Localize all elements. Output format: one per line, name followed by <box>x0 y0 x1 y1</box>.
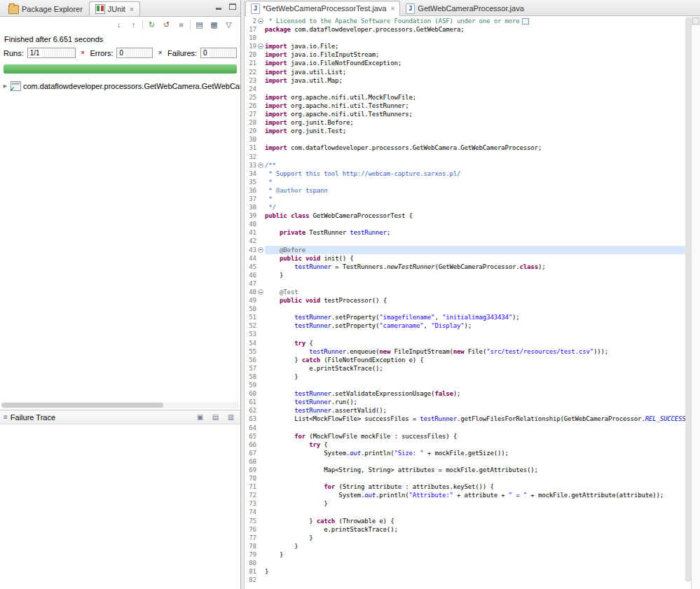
line-number[interactable]: 80 <box>245 559 257 567</box>
rerun-test-button[interactable]: ↻ <box>146 19 158 30</box>
code-line-18[interactable]: 18 <box>245 34 691 42</box>
line-number[interactable]: 44 <box>245 254 257 263</box>
code-text[interactable]: import org.apache.nifi.util.TestRunner; <box>265 102 691 110</box>
line-number[interactable]: 23 <box>245 76 257 85</box>
code-text[interactable] <box>265 279 691 288</box>
code-line-55[interactable]: 55 testRunner.enqueue(new FileInputStrea… <box>245 347 691 356</box>
code-line-58[interactable]: 58 } <box>245 373 691 381</box>
code-text[interactable]: System.out.println("Size: " + mockFile.g… <box>265 449 691 457</box>
line-number[interactable]: 64 <box>245 424 257 432</box>
code-line-44[interactable]: 44 public void init() { <box>245 254 691 263</box>
code-line-42[interactable]: 42 <box>245 237 691 245</box>
code-text[interactable]: import java.io.FileInputStream; <box>265 50 691 59</box>
tab-getwebcameraprocessor[interactable]: J GetWebCameraProcessor.java <box>400 1 529 15</box>
code-text[interactable]: System.out.println("Attribute:" + attrib… <box>265 491 691 499</box>
line-number[interactable]: 75 <box>245 517 257 525</box>
line-number[interactable]: 22 <box>245 68 257 76</box>
folded-region-box[interactable] <box>522 18 529 25</box>
code-text[interactable]: testRunner.setValidateExpressionUsage(fa… <box>265 389 691 398</box>
line-number[interactable]: 56 <box>245 356 257 364</box>
stop-test-run-button[interactable]: ■ <box>175 19 187 30</box>
code-text[interactable] <box>265 424 691 432</box>
code-text[interactable]: import org.apache.nifi.util.TestRunners; <box>265 110 691 118</box>
line-number[interactable]: 79 <box>245 550 257 559</box>
code-text[interactable]: } catch (FileNotFoundException e) { <box>265 356 691 364</box>
tab-package-explorer[interactable]: Package Explorer <box>2 1 89 16</box>
code-lines[interactable]: 2 * Licensed to the Apache Software Foun… <box>245 16 691 589</box>
overview-ruler-header[interactable] <box>692 18 699 25</box>
code-line-73[interactable]: 73 } <box>245 499 691 508</box>
line-number[interactable]: 74 <box>245 508 257 516</box>
code-line-47[interactable]: 47 <box>245 279 691 288</box>
code-text[interactable]: * Support this tool http://webcam-captur… <box>265 169 691 178</box>
code-text[interactable] <box>265 237 691 245</box>
code-line-40[interactable]: 40 <box>245 220 691 228</box>
line-number[interactable]: 78 <box>245 542 257 550</box>
line-number[interactable]: 55 <box>245 347 257 356</box>
code-line-32[interactable]: 32 <box>245 153 691 161</box>
horizontal-scrollbar-thumb[interactable] <box>1 403 163 408</box>
code-text[interactable]: } <box>265 550 691 559</box>
code-text[interactable]: e.printStackTrace(); <box>265 364 691 373</box>
code-line-51[interactable]: 51 testRunner.setProperty("imagefilename… <box>245 313 691 321</box>
code-line-29[interactable]: 29import org.junit.Test; <box>245 127 691 135</box>
line-number[interactable]: 30 <box>245 135 257 144</box>
line-number[interactable]: 38 <box>245 203 257 212</box>
code-line-50[interactable]: 50 <box>245 305 691 313</box>
code-text[interactable]: testRunner.assertValid(); <box>265 406 691 415</box>
code-text[interactable] <box>265 85 691 93</box>
line-number[interactable]: 19 <box>245 42 257 50</box>
show-previous-failure-button[interactable]: ↑ <box>128 19 139 30</box>
code-line-80[interactable]: 80 <box>245 559 691 567</box>
line-number[interactable]: 76 <box>245 525 257 534</box>
code-line-17[interactable]: 17package com.dataflowdeveloper.processo… <box>245 25 691 34</box>
code-text[interactable] <box>265 330 691 338</box>
code-text[interactable]: import org.junit.Test; <box>265 127 691 135</box>
code-line-81[interactable]: 81} <box>245 567 691 576</box>
fold-collapse-icon[interactable] <box>258 289 263 295</box>
code-line-76[interactable]: 76 e.printStackTrace(); <box>245 525 691 534</box>
code-text[interactable]: } <box>265 373 691 381</box>
code-line-61[interactable]: 61 testRunner.run(); <box>245 398 691 406</box>
code-line-49[interactable]: 49 public void testProcessor() { <box>245 296 691 305</box>
line-number[interactable]: 39 <box>245 212 257 220</box>
code-line-52[interactable]: 52 testRunner.setProperty("cameraname", … <box>245 321 691 330</box>
code-text[interactable]: * @author tspann <box>265 186 691 195</box>
code-text[interactable]: e.printStackTrace(); <box>265 525 691 534</box>
line-number[interactable]: 60 <box>245 389 257 398</box>
code-line-53[interactable]: 53 <box>245 330 691 338</box>
show-next-failure-button[interactable]: ↓ <box>113 19 125 30</box>
code-line-37[interactable]: 37 * <box>245 195 691 203</box>
show-trace-in-console-button[interactable]: ▤ <box>210 412 221 423</box>
test-suite-row[interactable]: ▶ ✓ com.dataflowdeveloper.processors.Get… <box>0 81 240 92</box>
line-number[interactable]: 57 <box>245 364 257 373</box>
vertical-scrollbar-thumb[interactable] <box>685 17 691 582</box>
code-text[interactable]: @Before <box>265 246 691 254</box>
code-text[interactable]: testRunner.setProperty("imagefilename", … <box>265 313 691 321</box>
code-text[interactable] <box>265 457 691 466</box>
code-line-77[interactable]: 77 } <box>245 534 691 542</box>
code-line-35[interactable]: 35 * <box>245 178 691 186</box>
code-text[interactable] <box>265 381 691 389</box>
code-text[interactable] <box>265 220 691 228</box>
code-text[interactable]: package com.dataflowdeveloper.processors… <box>265 25 691 34</box>
line-number[interactable]: 82 <box>245 576 257 584</box>
line-number[interactable]: 43 <box>245 246 257 254</box>
close-icon[interactable]: × <box>390 5 394 13</box>
code-line-45[interactable]: 45 testRunner = TestRunners.newTestRunne… <box>245 263 691 271</box>
code-line-75[interactable]: 75 } catch (Throwable e) { <box>245 517 691 525</box>
fold-collapse-icon[interactable] <box>258 18 263 24</box>
code-line-72[interactable]: 72 System.out.println("Attribute:" + att… <box>245 491 691 499</box>
code-line-23[interactable]: 23import java.util.Map; <box>245 76 691 85</box>
line-number[interactable]: 51 <box>245 313 257 321</box>
code-text[interactable]: import java.util.Map; <box>265 76 691 85</box>
code-line-26[interactable]: 26import org.apache.nifi.util.TestRunner… <box>245 102 691 110</box>
code-line-33[interactable]: 33/** <box>245 161 691 169</box>
code-text[interactable]: } <box>265 499 691 508</box>
code-text[interactable]: try { <box>265 441 691 449</box>
code-text[interactable] <box>265 34 691 42</box>
chevron-right-icon[interactable]: ▶ <box>2 83 8 89</box>
code-line-62[interactable]: 62 testRunner.assertValid(); <box>245 406 691 415</box>
line-number[interactable]: 66 <box>245 441 257 449</box>
code-line-22[interactable]: 22import java.util.List; <box>245 68 691 76</box>
